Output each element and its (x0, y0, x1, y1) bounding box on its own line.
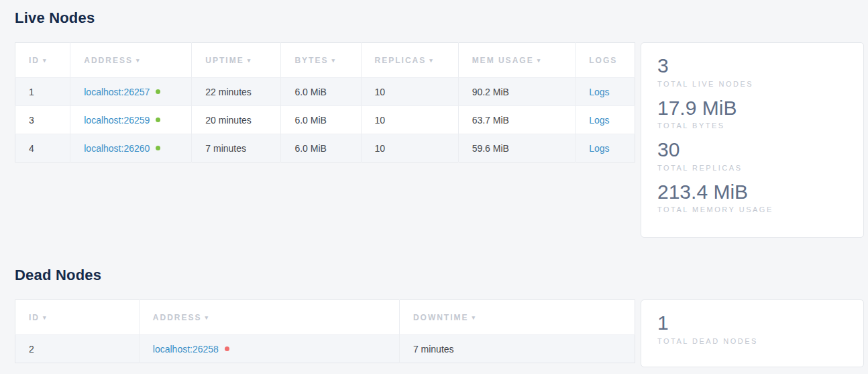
node-uptime-cell: 22 minutes (192, 78, 281, 106)
sort-arrow-icon: ▾ (136, 57, 141, 64)
live-nodes-summary-panel: 3 TOTAL LIVE NODES 17.9 MiB TOTAL BYTES … (641, 42, 864, 238)
node-mem-usage-cell: 90.2 MiB (458, 78, 576, 106)
node-bytes-cell: 6.0 MiB (281, 78, 361, 106)
sort-arrow-icon: ▾ (472, 314, 477, 321)
stat-total-memory-usage: 213.4 MiB TOTAL MEMORY USAGE (657, 181, 847, 214)
sort-arrow-icon: ▾ (248, 57, 252, 64)
dead-nodes-table: ID▾ ADDRESS▾ DOWNTIME▾ 2 localhost:26258… (15, 299, 635, 363)
stat-total-bytes: 17.9 MiB TOTAL BYTES (657, 97, 847, 130)
sort-arrow-icon: ▾ (537, 57, 542, 64)
stat-value: 3 (657, 54, 847, 78)
stat-value: 17.9 MiB (657, 97, 847, 120)
dead-nodes-section: Dead Nodes ID▾ ADDRESS▾ DOWNTIME▾ 2 lo (15, 267, 868, 367)
sort-arrow-icon: ▾ (43, 314, 48, 321)
node-address-link[interactable]: localhost:26259 (84, 115, 150, 126)
column-header-id[interactable]: ID▾ (15, 43, 70, 78)
stat-value: 213.4 MiB (657, 181, 847, 204)
node-bytes-cell: 6.0 MiB (281, 134, 361, 162)
node-id-cell: 4 (15, 134, 70, 162)
logs-link[interactable]: Logs (589, 87, 609, 97)
node-address-link[interactable]: localhost:26260 (84, 143, 150, 154)
node-mem-usage-cell: 59.6 MiB (458, 134, 576, 162)
stat-total-replicas: 30 TOTAL REPLICAS (657, 138, 847, 172)
column-header-downtime[interactable]: DOWNTIME▾ (399, 300, 635, 335)
live-nodes-section: Live Nodes ID▾ ADDRESS▾ UPTIME▾ BYTES▾ R… (15, 9, 868, 238)
stat-label: TOTAL MEMORY USAGE (657, 205, 847, 214)
node-logs-cell: Logs (576, 106, 635, 134)
column-header-uptime[interactable]: UPTIME▾ (192, 43, 281, 78)
node-id-cell: 1 (15, 78, 70, 106)
logs-link[interactable]: Logs (589, 115, 609, 126)
stat-value: 1 (657, 312, 847, 335)
node-address-cell: localhost:26260 (70, 134, 192, 162)
node-address-cell: localhost:26257 (70, 78, 192, 106)
dead-status-icon (225, 346, 229, 351)
stat-total-dead-nodes: 1 TOTAL DEAD NODES (657, 312, 847, 345)
node-id-cell: 2 (15, 335, 140, 363)
node-replicas-cell: 10 (361, 78, 458, 106)
node-uptime-cell: 20 minutes (192, 106, 281, 134)
stat-label: TOTAL BYTES (657, 122, 847, 130)
column-header-bytes[interactable]: BYTES▾ (281, 43, 361, 78)
live-nodes-header-row: ID▾ ADDRESS▾ UPTIME▾ BYTES▾ REPLICAS▾ ME… (15, 43, 635, 78)
node-mem-usage-cell: 63.7 MiB (458, 106, 576, 134)
live-status-icon (156, 118, 160, 122)
column-header-id[interactable]: ID▾ (15, 300, 140, 335)
node-address-cell: localhost:26259 (70, 106, 192, 134)
live-nodes-title: Live Nodes (15, 9, 868, 27)
column-header-address[interactable]: ADDRESS▾ (139, 300, 399, 335)
sort-arrow-icon: ▾ (331, 57, 336, 64)
dead-nodes-title: Dead Nodes (15, 267, 868, 284)
stat-value: 30 (657, 138, 847, 162)
live-nodes-table: ID▾ ADDRESS▾ UPTIME▾ BYTES▾ REPLICAS▾ ME… (15, 42, 635, 162)
node-id-cell: 3 (15, 106, 70, 134)
table-row: 3 localhost:26259 20 minutes 6.0 MiB 10 … (15, 106, 635, 134)
sort-arrow-icon: ▾ (205, 314, 209, 321)
node-address-cell: localhost:26258 (139, 335, 399, 363)
column-header-address[interactable]: ADDRESS▾ (70, 43, 192, 78)
node-address-link[interactable]: localhost:26258 (153, 344, 219, 355)
column-header-logs: LOGS (576, 43, 635, 78)
table-row: 2 localhost:26258 7 minutes (15, 335, 635, 363)
node-logs-cell: Logs (576, 134, 635, 162)
live-status-icon (156, 89, 160, 94)
dead-nodes-summary-panel: 1 TOTAL DEAD NODES (641, 299, 864, 367)
node-uptime-cell: 7 minutes (192, 134, 281, 162)
logs-link[interactable]: Logs (589, 143, 609, 154)
dead-nodes-header-row: ID▾ ADDRESS▾ DOWNTIME▾ (15, 300, 635, 335)
node-replicas-cell: 10 (361, 134, 458, 162)
stat-label: TOTAL DEAD NODES (657, 337, 847, 345)
node-replicas-cell: 10 (361, 106, 458, 134)
stat-label: TOTAL LIVE NODES (657, 80, 847, 88)
column-header-replicas[interactable]: REPLICAS▾ (361, 43, 458, 78)
node-address-link[interactable]: localhost:26257 (84, 87, 150, 97)
table-row: 1 localhost:26257 22 minutes 6.0 MiB 10 … (15, 78, 635, 106)
node-logs-cell: Logs (576, 78, 635, 106)
node-downtime-cell: 7 minutes (399, 335, 635, 363)
stat-label: TOTAL REPLICAS (657, 164, 847, 172)
stat-total-live-nodes: 3 TOTAL LIVE NODES (657, 54, 847, 88)
node-status-page: Live Nodes ID▾ ADDRESS▾ UPTIME▾ BYTES▾ R… (0, 0, 868, 374)
sort-arrow-icon: ▾ (43, 57, 48, 64)
table-row: 4 localhost:26260 7 minutes 6.0 MiB 10 5… (15, 134, 635, 162)
live-status-icon (156, 146, 160, 150)
node-bytes-cell: 6.0 MiB (281, 106, 361, 134)
column-header-mem-usage[interactable]: MEM USAGE▾ (458, 43, 576, 78)
sort-arrow-icon: ▾ (429, 57, 434, 64)
